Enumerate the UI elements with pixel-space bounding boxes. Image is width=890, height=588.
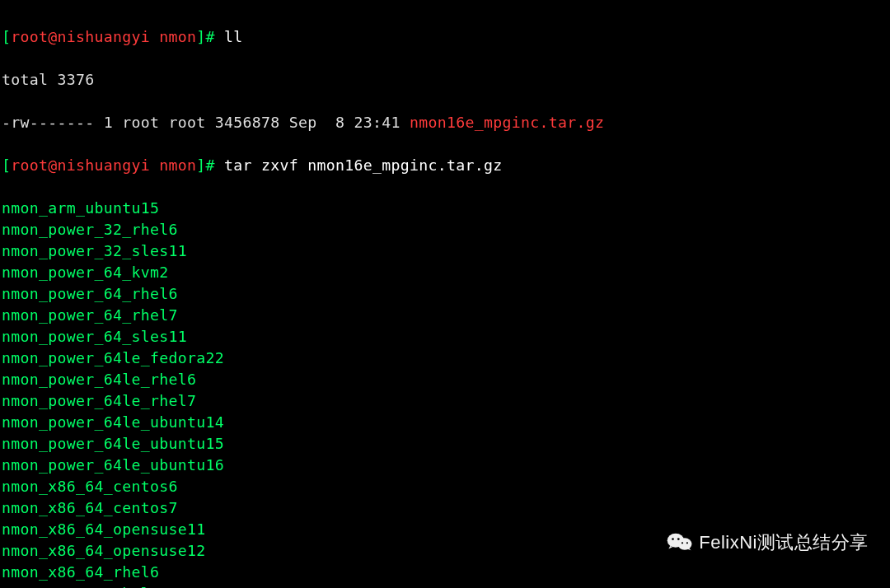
command-ll: ll — [224, 28, 243, 45]
terminal-line: [root@nishuangyi nmon]# tar zxvf nmon16e… — [2, 155, 888, 176]
extracted-file: nmon_power_64le_rhel6 — [2, 369, 888, 390]
prompt-user-host: root@nishuangyi — [11, 28, 150, 45]
extracted-file: nmon_power_64le_ubuntu16 — [2, 455, 888, 476]
terminal-output[interactable]: [root@nishuangyi nmon]# ll total 3376 -r… — [2, 5, 888, 588]
extracted-file: nmon_power_32_sles11 — [2, 240, 888, 262]
extracted-file: nmon_power_64le_ubuntu14 — [2, 412, 888, 433]
extracted-file: nmon_x86_64_opensuse12 — [2, 540, 888, 562]
extracted-file: nmon_power_64_rhel6 — [2, 283, 888, 305]
prompt-symbol: # — [206, 28, 215, 45]
extracted-file: nmon_x86_64_rhel6 — [2, 562, 888, 583]
extracted-file: nmon_arm_ubuntu15 — [2, 198, 888, 219]
extracted-file: nmon_power_64_rhel7 — [2, 305, 888, 326]
command-tar: tar zxvf nmon16e_mpginc.tar.gz — [224, 156, 503, 174]
extracted-file: nmon_x86_64_centos7 — [2, 497, 888, 519]
prompt-dir: nmon — [159, 28, 196, 45]
extracted-file: nmon_power_32_rhel6 — [2, 219, 888, 240]
extracted-file: nmon_power_64le_fedora22 — [2, 348, 888, 369]
file-name-archive: nmon16e_mpginc.tar.gz — [410, 114, 604, 131]
ll-row: -rw------- 1 root root 3456878 Sep 8 23:… — [2, 112, 888, 133]
extracted-file: nmon_x86_64_centos6 — [2, 476, 888, 497]
extracted-file: nmon_power_64le_ubuntu15 — [2, 433, 888, 455]
extracted-file: nmon_x86_64_rhel7 — [2, 583, 888, 588]
prompt-bracket-close: ] — [196, 28, 205, 45]
file-meta: -rw------- 1 root root 3456878 Sep 8 23:… — [2, 114, 410, 131]
prompt-bracket-open: [ — [2, 28, 11, 45]
extracted-file: nmon_power_64_sles11 — [2, 326, 888, 348]
ll-total: total 3376 — [2, 69, 888, 91]
extracted-file: nmon_power_64le_rhel7 — [2, 390, 888, 412]
extracted-file: nmon_x86_64_opensuse11 — [2, 519, 888, 540]
terminal-line: [root@nishuangyi nmon]# ll — [2, 26, 888, 48]
extracted-file: nmon_power_64_kvm2 — [2, 262, 888, 283]
